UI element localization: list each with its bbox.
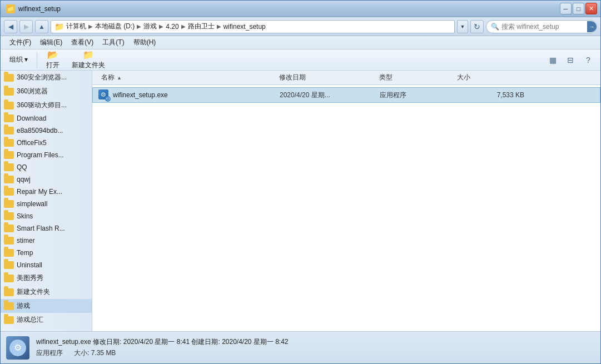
help-button[interactable]: ? [580,52,596,68]
open-button[interactable]: 📂 打开 [42,48,64,71]
menu-edit[interactable]: 编辑(E) [36,37,67,48]
close-button[interactable]: ✕ [585,3,597,14]
col-name-label: 名称 [101,73,115,82]
sidebar-item-qq[interactable]: QQ [1,161,92,173]
toolbar: 组织 ▾ 📂 打开 📁 新建文件夹 ▦ ⊟ ? [1,49,600,71]
folder-icon [4,102,14,109]
window-icon: 📁 [6,4,15,13]
col-header-size[interactable]: 大小 [454,72,520,83]
main-area: 360安全浏览器... 360浏览器 360驱动大师目... Download … [1,71,600,331]
search-input[interactable] [501,23,585,31]
path-segment: 4.20 [166,23,178,31]
search-button[interactable]: → [587,21,597,32]
status-line1: wifinext_setup.exe 修改日期: 2020/4/20 星期一 8… [36,337,289,347]
folder-icon [4,212,14,220]
title-bar-left: 📁 wifinext_setup [6,4,61,13]
sidebar-item-label: Download [17,114,46,122]
folder-icon [4,139,14,147]
organize-button[interactable]: 组织 ▾ [5,53,32,67]
sidebar-item-smartflash[interactable]: Smart Flash R... [1,222,92,235]
folder-icon [4,151,14,159]
sidebar-item-label: 360浏览器 [17,87,48,96]
window-title: wifinext_setup [18,5,61,13]
sidebar-item-0[interactable]: 360安全浏览器... [1,71,92,84]
address-dropdown[interactable]: ▼ [457,20,468,33]
shield-icon: 🛡 [105,96,111,102]
sidebar-item-stimer[interactable]: stimer [1,235,92,247]
refresh-button[interactable]: ↻ [470,20,484,33]
folder-icon [4,127,14,134]
minimize-button[interactable]: ─ [560,3,572,14]
sidebar-item-1[interactable]: 360浏览器 [1,84,92,98]
sidebar-item-label: stimer [17,237,35,245]
menu-file[interactable]: 文件(F) [5,37,36,48]
file-date: 2020/4/20 星期... [280,91,380,100]
file-size: 7,533 KB [458,91,524,99]
sidebar-item-5[interactable]: OfficeFix5 [1,137,92,149]
folder-icon [4,163,14,171]
sidebar-item-label: Skins [17,212,33,220]
folder-icon-path: 📁 [54,22,64,31]
address-path[interactable]: 📁 计算机 ▶ 本地磁盘 (D:) ▶ 游戏 ▶ 4.20 ▶ 路由卫士 ▶ w… [51,20,455,33]
address-bar: ◀ ▶ ▲ 📁 计算机 ▶ 本地磁盘 (D:) ▶ 游戏 ▶ 4.20 ▶ 路由… [1,17,600,36]
col-header-name[interactable]: 名称 ▲ [98,72,276,83]
sidebar-item-label: 游戏 [17,301,30,311]
col-type-label: 类型 [379,73,393,82]
menu-view[interactable]: 查看(V) [67,37,98,48]
sidebar-item-label: 360安全浏览器... [17,73,67,82]
sidebar-item-label: 360驱动大师目... [17,101,67,110]
sidebar-item-uninstall[interactable]: Uninstall [1,259,92,271]
new-folder-label: 新建文件夹 [72,61,105,70]
toolbar-right: ▦ ⊟ ? [545,52,596,68]
file-name: wifinext_setup.exe [113,91,280,99]
sidebar-item-games[interactable]: 游戏 [1,299,92,313]
status-size-value: 7.35 MB [91,349,116,357]
folder-icon [4,249,14,257]
sidebar-item-download[interactable]: Download [1,112,92,124]
sidebar-item-meitu[interactable]: 美图秀秀 [1,271,92,285]
forward-button[interactable]: ▶ [19,20,33,33]
sidebar-item-10[interactable]: simplewall [1,198,92,210]
folder-icon [4,275,14,282]
sidebar-item-label: 美图秀秀 [17,273,43,283]
sidebar-item-6[interactable]: Program Files... [1,149,92,161]
sidebar-item-skins[interactable]: Skins [1,210,92,222]
new-folder-button[interactable]: 📁 新建文件夹 [67,48,110,71]
col-header-date[interactable]: 修改日期 [276,72,376,83]
view-button[interactable]: ▦ [545,52,560,68]
sidebar-item-label: simplewall [17,200,47,208]
title-bar: 📁 wifinext_setup ─ □ ✕ [1,1,600,17]
folder-icon [4,288,14,296]
restore-button[interactable]: □ [573,3,584,14]
status-icon-inner: ⚙ [9,340,26,356]
sidebar-item-newdir[interactable]: 新建文件夹 [1,285,92,299]
sidebar-item-2[interactable]: 360驱动大师目... [1,98,92,112]
back-button[interactable]: ◀ [4,20,17,33]
sidebar-item-gamescollection[interactable]: 游戏总汇 [1,313,92,327]
folder-icon [4,88,14,96]
col-header-type[interactable]: 类型 [376,72,454,83]
pane-button[interactable]: ⊟ [563,52,578,68]
up-button[interactable]: ▲ [35,20,48,33]
status-size-label: 大小: [74,349,89,357]
file-item-wifinext[interactable]: 🛡 wifinext_setup.exe 2020/4/20 星期... 应用程… [92,87,600,103]
menu-help[interactable]: 帮助(H) [129,37,161,48]
path-segment: wifinext_setup [223,23,266,31]
explorer-window: 📁 wifinext_setup ─ □ ✕ ◀ ▶ ▲ 📁 计算机 ▶ 本地磁… [0,0,601,364]
sidebar-item-temp[interactable]: Temp [1,247,92,259]
path-segment: 游戏 [143,22,157,31]
sidebar-item-4[interactable]: e8a85094bdb... [1,124,92,137]
sidebar-item-9[interactable]: Repair My Ex... [1,186,92,198]
menu-tools[interactable]: 工具(T) [98,37,128,48]
folder-icon [4,176,14,183]
search-icon: 🔍 [491,23,499,31]
column-header: 名称 ▲ 修改日期 类型 大小 [92,71,600,85]
folder-icon [4,114,14,122]
status-type: 应用程序 [36,348,63,358]
sidebar-item-8[interactable]: qqwj [1,173,92,186]
title-buttons: ─ □ ✕ [560,3,597,14]
sidebar-item-label: QQ [17,163,27,171]
folder-icon [4,302,14,310]
col-date-label: 修改日期 [279,73,306,82]
status-size: 大小: 7.35 MB [74,348,116,358]
